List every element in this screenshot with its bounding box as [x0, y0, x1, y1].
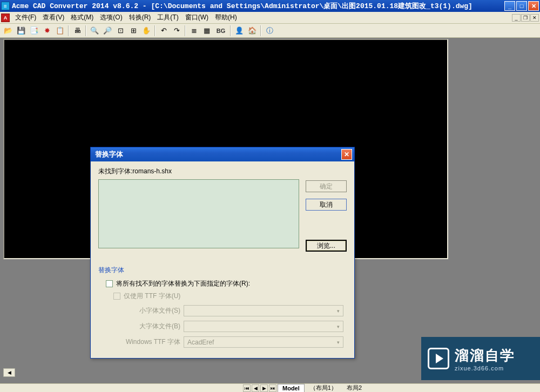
spacer	[306, 217, 347, 233]
close-button[interactable]: ✕	[528, 1, 539, 11]
small-font-dropdown: ▾	[184, 305, 343, 316]
home-icon[interactable]: 🏠	[246, 25, 258, 37]
workspace: ◀ 替换字体 ✕ 未找到字体:romans-h.shx 确定 取消 浏览... …	[0, 38, 540, 392]
ttf-font-row: Windows TTF 字体 AcadEref ▾	[118, 336, 347, 348]
dialog-titlebar[interactable]: 替换字体 ✕	[91, 147, 354, 161]
minimize-button[interactable]: _	[504, 1, 515, 11]
ttf-font-dropdown: AcadEref ▾	[184, 336, 343, 348]
tab-prev-icon[interactable]: ◀	[252, 384, 259, 392]
tab-next-icon[interactable]: ▶	[260, 384, 268, 392]
ttf-only-checkbox	[113, 293, 120, 300]
zoom-extents-icon[interactable]: ⊞	[127, 25, 139, 37]
rotate-left-icon[interactable]: ↶	[158, 25, 170, 37]
chevron-down-icon: ▾	[337, 340, 340, 345]
batch-icon[interactable]: ✸	[41, 25, 53, 37]
menubar: A 文件(F) 查看(V) 格式(M) 选项(O) 转换(R) 工具(T) 窗口…	[0, 12, 540, 24]
watermark-text: 溜溜自学 zixue.3d66.com	[455, 346, 515, 371]
watermark-title: 溜溜自学	[455, 346, 515, 365]
mdi-app-icon: A	[1, 13, 10, 22]
mdi-close[interactable]: ✕	[530, 14, 539, 22]
window-titlebar: ≡ Acme CAD Converter 2014 v8.6.2 - [C:\D…	[0, 0, 540, 12]
save-as-icon[interactable]: 📑	[28, 25, 40, 37]
toolbar-separator	[260, 25, 261, 36]
chevron-down-icon: ▾	[337, 324, 340, 329]
zoom-out-icon[interactable]: 🔎	[102, 25, 113, 37]
toolbar-separator	[85, 25, 86, 36]
layouts-icon[interactable]: ▦	[201, 25, 213, 37]
toolbar-separator	[230, 25, 231, 36]
menu-tools[interactable]: 工具(T)	[154, 12, 181, 23]
dialog-top-row: 确定 取消 浏览...	[98, 179, 347, 252]
pan-icon[interactable]: ✋	[140, 25, 152, 37]
open-icon[interactable]: 📂	[2, 25, 14, 37]
dialog-message: 未找到字体:romans-h.shx	[98, 167, 347, 176]
big-font-label: 大字体文件(B)	[118, 322, 180, 331]
cancel-button[interactable]: 取消	[306, 199, 347, 211]
play-icon	[428, 348, 449, 369]
tab-first-icon[interactable]: ⏮	[243, 384, 251, 392]
ttf-font-value: AcadEref	[187, 339, 214, 346]
big-font-dropdown: ▾	[184, 321, 343, 332]
group-label: 替换字体	[98, 266, 347, 275]
window-controls: _ □ ✕	[504, 1, 539, 11]
tab-model[interactable]: Model	[278, 384, 305, 392]
toolbar-separator	[68, 25, 69, 36]
print-icon[interactable]: 🖶	[71, 25, 83, 37]
mdi-restore[interactable]: ❐	[521, 14, 530, 22]
menu-options[interactable]: 选项(O)	[97, 12, 125, 23]
toolbar-separator	[185, 25, 186, 36]
small-font-row: 小字体文件(S) ▾	[118, 305, 347, 316]
save-icon[interactable]: 💾	[15, 25, 27, 37]
small-font-label: 小字体文件(S)	[118, 306, 180, 315]
mdi-minimize[interactable]: _	[512, 14, 521, 22]
dialog-close-button[interactable]: ✕	[341, 149, 352, 160]
font-listbox[interactable]	[98, 179, 299, 248]
menu-window[interactable]: 窗口(W)	[182, 12, 212, 23]
ok-button[interactable]: 确定	[306, 180, 347, 192]
window-title: Acme CAD Converter 2014 v8.6.2 - [C:\Doc…	[12, 1, 504, 11]
watermark: 溜溜自学 zixue.3d66.com	[421, 337, 540, 380]
ttf-font-label: Windows TTF 字体	[118, 337, 180, 347]
watermark-url: zixue.3d66.com	[455, 365, 515, 371]
scroll-left-button[interactable]: ◀	[3, 368, 15, 377]
mdi-window-controls: _ ❐ ✕	[512, 14, 539, 22]
info-icon[interactable]: ⓘ	[264, 25, 275, 37]
menu-file[interactable]: 文件(F)	[12, 12, 39, 23]
ttf-only-label: 仅使用 TTF 字体(U)	[124, 292, 180, 301]
tab-layout1[interactable]: （布局1）	[306, 383, 341, 392]
user-icon[interactable]: 👤	[233, 25, 245, 37]
rotate-right-icon[interactable]: ↷	[171, 25, 183, 37]
zoom-in-icon[interactable]: 🔍	[89, 25, 100, 37]
tab-layout2[interactable]: 布局2	[342, 383, 366, 392]
menu-format[interactable]: 格式(M)	[68, 12, 97, 23]
layout-tabs: ⏮ ◀ ▶ ⏭ Model （布局1） 布局2	[0, 383, 540, 392]
big-font-row: 大字体文件(B) ▾	[118, 321, 347, 332]
layers-icon[interactable]: ≣	[188, 25, 200, 37]
copy-icon[interactable]: 📋	[54, 25, 66, 37]
zoom-window-icon[interactable]: ⊡	[114, 25, 126, 37]
app-icon: ≡	[1, 2, 10, 10]
tab-last-icon[interactable]: ⏭	[269, 384, 276, 392]
toolbar-separator	[154, 25, 156, 36]
chevron-down-icon: ▾	[337, 308, 340, 314]
maximize-button[interactable]: □	[516, 1, 527, 11]
menu-view[interactable]: 查看(V)	[39, 12, 68, 23]
ttf-only-row: 仅使用 TTF 字体(U)	[113, 292, 347, 301]
bg-button[interactable]: BG	[214, 25, 228, 37]
menu-help[interactable]: 帮助(H)	[212, 12, 240, 23]
dialog-body: 未找到字体:romans-h.shx 确定 取消 浏览... 替换字体 将所有找…	[91, 161, 354, 353]
replace-font-dialog: 替换字体 ✕ 未找到字体:romans-h.shx 确定 取消 浏览... 替换…	[90, 147, 355, 359]
toolbar: 📂 💾 📑 ✸ 📋 🖶 🔍 🔎 ⊡ ⊞ ✋ ↶ ↷ ≣ ▦ BG 👤 🏠 ⓘ	[0, 24, 540, 38]
replace-all-label: 将所有找不到的字体替换为下面指定的字体(R):	[116, 279, 250, 288]
dialog-title: 替换字体	[93, 150, 341, 159]
menu-convert[interactable]: 转换(R)	[126, 12, 154, 23]
browse-button[interactable]: 浏览...	[306, 240, 347, 252]
replace-all-checkbox[interactable]	[106, 280, 113, 287]
dialog-button-column: 确定 取消 浏览...	[306, 180, 347, 252]
replace-all-row: 将所有找不到的字体替换为下面指定的字体(R):	[106, 279, 347, 288]
